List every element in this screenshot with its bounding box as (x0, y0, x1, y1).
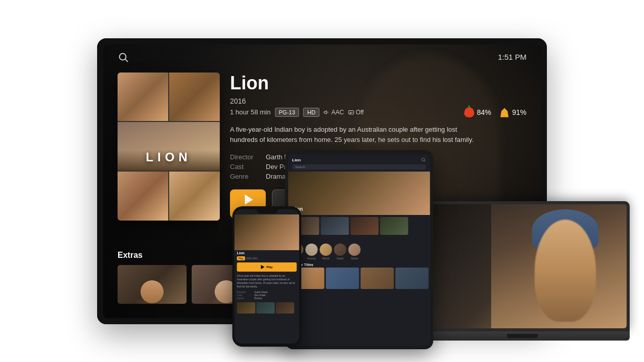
extra-thumb-1[interactable] (118, 265, 187, 304)
similar-thumb-3[interactable] (361, 268, 394, 289)
phone-play-button[interactable]: Play (237, 262, 297, 272)
laptop-screen (418, 204, 627, 328)
phone-thumb-3[interactable] (276, 302, 294, 313)
cast-name-2: Rooney (307, 257, 316, 260)
movie-title: Lion (230, 73, 526, 94)
cast-name-3: Nicole (323, 257, 330, 260)
movie-format-badge: HD (303, 108, 319, 117)
laptop-base (415, 331, 630, 341)
play-triangle-icon (245, 195, 253, 205)
svg-line-1 (125, 59, 128, 62)
scene-container: 1:51 PM LION (0, 0, 644, 362)
tablet-more-thumbs-row (288, 268, 430, 291)
phone-device: Lion Play 84% 91% Play A five-year-old I… (233, 206, 302, 347)
phone-rating: 84% 91% (246, 257, 257, 260)
movie-poster: LION (118, 73, 220, 221)
laptop-screen-content (491, 204, 627, 328)
phone-play-label: Play (266, 266, 272, 269)
audience-rating: 91% (499, 107, 526, 117)
phone-movie-banner (235, 214, 300, 250)
movie-mpaa-badge: PG-13 (275, 108, 300, 117)
tv-clock: 1:51 PM (498, 53, 526, 61)
tablet-app-title: Lion (292, 158, 301, 162)
tablet-search-bar[interactable]: Search (292, 164, 426, 170)
phone-movie-title: Lion (235, 250, 300, 256)
tablet-thumb-4[interactable] (380, 217, 408, 235)
tv-topbar: 1:51 PM (103, 44, 541, 70)
cast-photo-4 (334, 244, 347, 256)
phone-thumb-1[interactable] (237, 302, 256, 313)
tablet-thumb-2[interactable] (321, 217, 349, 235)
movie-year: 2016 (230, 97, 526, 105)
poster-cell-tracks: LION (118, 122, 220, 171)
tomato-score: 84% (477, 108, 491, 116)
tablet-screen: Lion Search Lion Cast (288, 154, 430, 345)
tablet-body: Lion Search Lion Cast (285, 150, 433, 349)
phone-thumb-2[interactable] (257, 302, 275, 313)
tablet-thumb-3[interactable] (351, 217, 379, 235)
laptop-camera-notch (507, 334, 538, 338)
movie-meta-row: 1 hour 58 min PG-13 HD AAC (230, 107, 526, 117)
laptop-device (415, 201, 630, 347)
movie-duration: 1 hour 58 min (230, 108, 271, 116)
tablet-cast-4: David (334, 244, 347, 260)
tablet-cast-3: Nicole (320, 244, 332, 260)
movie-audio-info: AAC (324, 109, 344, 116)
movie-description: A five-year-old Indian boy is adopted by… (230, 125, 486, 145)
director-label: Director (230, 153, 266, 161)
tomatometer-rating: 84% (464, 107, 491, 117)
cast-name-5: Sunny (351, 257, 358, 260)
poster-cell-4 (118, 172, 168, 220)
phone-genre-label: Genre (237, 297, 252, 300)
poster-cell-5 (169, 172, 220, 220)
svg-line-10 (424, 161, 425, 162)
svg-marker-2 (324, 110, 327, 114)
tablet-thumbnails-row (288, 217, 430, 237)
laptop-person-face (535, 220, 596, 322)
ratings-container: 84% 91% (464, 107, 526, 117)
tablet-search-icon[interactable] (421, 157, 426, 162)
cast-photo-2 (306, 244, 318, 256)
tablet-movie-banner: Lion (288, 172, 430, 215)
tablet-header: Lion (288, 154, 430, 164)
phone-credits: Director Garth Davis Cast Dev Patel... G… (235, 289, 300, 301)
tablet-device: Lion Search Lion Cast (285, 150, 433, 349)
tablet-cast-section-title: Cast (288, 237, 430, 243)
face-circle-1 (141, 280, 164, 303)
tablet-cast-row: Dev Rooney Nicole David (288, 243, 430, 262)
similar-thumb-4[interactable] (396, 268, 429, 289)
poster-title-text: LION (118, 150, 220, 164)
cast-photo-3 (320, 244, 332, 256)
phone-description: A five-year-old Indian boy is adopted by… (235, 273, 300, 289)
phone-play-triangle-icon (261, 265, 264, 269)
audio-icon (324, 109, 330, 115)
poster-cell-2 (169, 73, 220, 121)
phone-meta-row: Play 84% 91% (235, 256, 300, 261)
cast-label: Cast (230, 163, 266, 171)
genre-label: Genre (230, 173, 266, 180)
phone-genre-row: Genre Drama (237, 297, 297, 300)
cast-name-4: David (337, 257, 343, 260)
cast-photo-5 (349, 244, 361, 256)
svg-point-9 (422, 158, 425, 161)
popcorn-icon (499, 107, 510, 117)
phone-notch (257, 209, 277, 213)
similar-thumb-2[interactable] (326, 268, 359, 289)
audience-score: 91% (512, 108, 526, 116)
laptop-screen-outer (415, 201, 630, 331)
extra-face-1 (118, 265, 187, 304)
tablet-similar-section-title: Similar Titles (288, 262, 430, 268)
movie-subtitle-label: Off (356, 109, 364, 116)
subtitle-icon (348, 109, 354, 115)
svg-point-0 (120, 53, 126, 60)
phone-thumb-row (235, 301, 300, 315)
movie-audio-label: AAC (331, 109, 344, 116)
phone-screen: Lion Play 84% 91% Play A five-year-old I… (235, 209, 300, 344)
phone-genre-val: Drama (255, 297, 262, 300)
phone-body: Lion Play 84% 91% Play A five-year-old I… (233, 206, 302, 347)
phone-play-badge: Play (237, 256, 245, 260)
poster-cell-1 (118, 73, 168, 121)
poster-grid: LION (118, 73, 220, 221)
tomato-icon (464, 107, 474, 117)
search-icon[interactable] (118, 52, 129, 63)
